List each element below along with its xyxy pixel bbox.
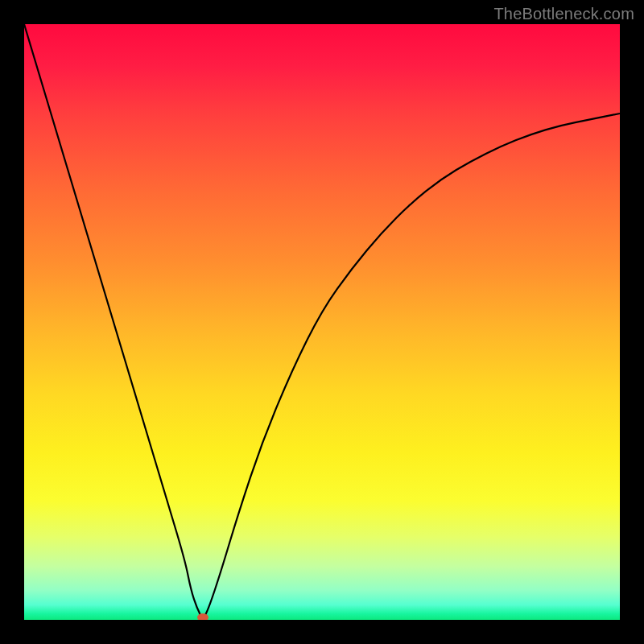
watermark-text: TheBottleneck.com <box>493 5 634 23</box>
bottleneck-curve <box>24 24 620 617</box>
minimum-marker <box>197 613 208 620</box>
curve-overlay <box>24 24 620 620</box>
plot-area <box>24 24 620 620</box>
